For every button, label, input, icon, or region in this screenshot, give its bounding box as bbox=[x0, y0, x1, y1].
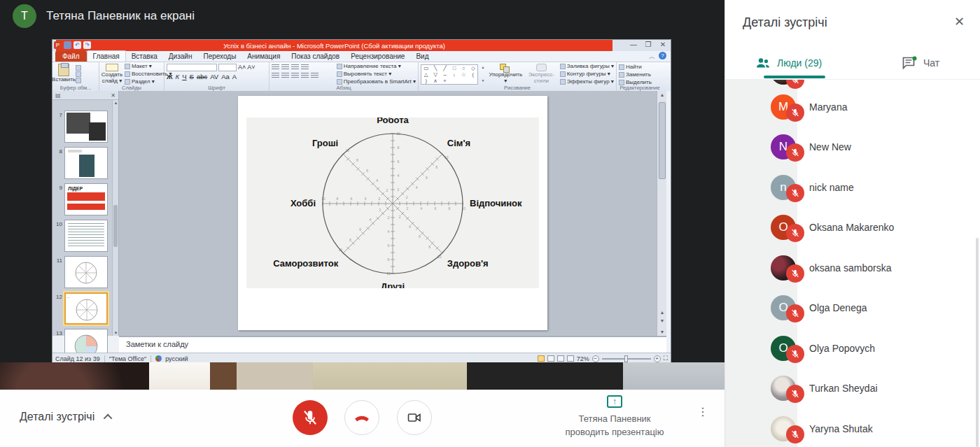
shrink-font-icon[interactable]: A˅ bbox=[247, 64, 255, 71]
hang-up-button[interactable] bbox=[344, 400, 379, 435]
previous-slide-icon[interactable]: ▲ bbox=[657, 310, 667, 315]
font-style-button[interactable]: abc bbox=[197, 73, 207, 80]
close-pane-icon[interactable]: ✕ bbox=[111, 92, 115, 99]
ribbon-tab-7[interactable]: Показ слайдов bbox=[286, 51, 345, 62]
slide-thumbnail-11[interactable]: 11 bbox=[55, 256, 108, 288]
close-icon[interactable]: ✕ bbox=[658, 41, 668, 48]
scroll-down-icon[interactable]: ▼ bbox=[113, 331, 118, 335]
video-tile[interactable] bbox=[623, 362, 724, 390]
slide-notes-field[interactable]: Заметки к слайду bbox=[119, 336, 666, 353]
font-style-button[interactable]: Ж bbox=[167, 73, 173, 80]
editing-button[interactable]: Найти bbox=[619, 64, 661, 71]
zoom-in-icon[interactable]: + bbox=[654, 355, 661, 362]
window-controls[interactable]: — ❐ ✕ bbox=[629, 41, 668, 48]
language-indicator[interactable]: русский bbox=[165, 355, 188, 362]
align-icon[interactable] bbox=[281, 73, 289, 79]
participants-list[interactable]: MMaryanaNNew Newnnick nameOOksana Makare… bbox=[725, 79, 980, 447]
ribbon-tab-3[interactable]: Вставка bbox=[126, 51, 163, 62]
scroll-up-icon[interactable]: ▲ bbox=[657, 92, 667, 97]
bullets-icon[interactable] bbox=[272, 64, 279, 71]
restore-icon[interactable]: ❐ bbox=[643, 41, 653, 48]
zoom-slider-handle[interactable] bbox=[624, 355, 628, 362]
next-slide-icon[interactable]: ▼ bbox=[657, 318, 667, 323]
new-slide-button[interactable]: Создать слайд ▾ bbox=[102, 64, 122, 84]
participant-row[interactable]: oksana samborska bbox=[725, 248, 980, 288]
scrollbar-thumb[interactable] bbox=[113, 205, 118, 247]
scroll-down-icon[interactable]: ▼ bbox=[657, 329, 667, 334]
ribbon-tab-1[interactable]: Файл bbox=[55, 51, 87, 62]
paragraph-button[interactable]: Преобразовать в SmartArt ▾ bbox=[337, 78, 416, 85]
participant-row[interactable]: nnick name bbox=[725, 167, 980, 208]
outline-tabs-icon[interactable]: ▤ bbox=[55, 92, 61, 99]
ribbon-tab-8[interactable]: Рецензирование bbox=[345, 51, 410, 62]
tab-chat[interactable]: Чат bbox=[902, 56, 939, 70]
wheel-of-life-image[interactable]: 246810Робота246810Сім'я246810Відпочинок2… bbox=[246, 118, 539, 288]
shape-format-button[interactable]: Заливка фигуры ▾ bbox=[560, 63, 614, 70]
slide-thumbnail-12[interactable]: 12— bbox=[55, 292, 108, 325]
paste-button[interactable]: Вставить bbox=[55, 64, 73, 84]
slide-thumbnail-8[interactable]: 8 bbox=[55, 147, 108, 179]
participant-row[interactable]: Yaryna Shutak bbox=[725, 409, 980, 447]
ribbon-tab-2[interactable]: Главная bbox=[87, 50, 126, 62]
undo-icon[interactable]: ↶ bbox=[74, 41, 81, 49]
thumbnail-scrollbar[interactable]: ▲ ▼ bbox=[112, 100, 118, 336]
slide-thumbnail-9[interactable]: 9ЛІДЕР bbox=[55, 183, 108, 215]
font-style-button[interactable]: Aa bbox=[221, 73, 230, 80]
cut-icon[interactable] bbox=[76, 65, 81, 71]
ribbon-tab-9[interactable]: Вид bbox=[410, 51, 434, 62]
font-style-button[interactable]: AV bbox=[210, 73, 218, 80]
font-size-select[interactable] bbox=[218, 64, 237, 71]
copy-icon[interactable] bbox=[76, 71, 81, 77]
meeting-details-toggle[interactable]: Деталі зустрічі bbox=[20, 411, 112, 423]
close-panel-icon[interactable]: ✕ bbox=[954, 14, 965, 29]
sorter-view-icon[interactable] bbox=[547, 355, 554, 362]
save-icon[interactable] bbox=[64, 41, 71, 49]
video-tile[interactable] bbox=[467, 362, 623, 390]
collapse-ribbon-icon[interactable]: ︿ bbox=[649, 52, 655, 62]
panel-scrollbar[interactable] bbox=[976, 238, 979, 447]
slide-thumbnail-10[interactable]: 10 bbox=[55, 220, 108, 252]
align-icon[interactable] bbox=[272, 73, 279, 79]
align-icon[interactable] bbox=[291, 73, 299, 79]
participant-row[interactable]: NNew New bbox=[725, 127, 980, 168]
participant-row[interactable]: OOlya Popovych bbox=[725, 328, 980, 369]
quick-styles-button[interactable]: Экспресс-стили bbox=[526, 64, 557, 84]
ribbon-tab-6[interactable]: Анимация bbox=[241, 51, 286, 62]
slide-scrollbar[interactable]: ▲ ▲ ▼ ▼ bbox=[657, 91, 666, 336]
font-style-button[interactable]: К bbox=[176, 73, 180, 80]
tab-people[interactable]: Люди (29) bbox=[755, 56, 822, 70]
slide-thumbnail-7[interactable]: 7 bbox=[55, 111, 108, 143]
mute-microphone-button[interactable] bbox=[293, 400, 328, 435]
shape-format-button[interactable]: Контур фигуры ▾ bbox=[560, 71, 614, 78]
scroll-up-icon[interactable]: ▲ bbox=[113, 101, 118, 105]
bullets-icon[interactable] bbox=[291, 64, 299, 71]
reading-view-icon[interactable] bbox=[557, 355, 564, 362]
participant-row[interactable]: OOlga Denega bbox=[725, 288, 980, 329]
paragraph-button[interactable]: Направление текста ▾ bbox=[337, 63, 416, 70]
font-name-select[interactable] bbox=[167, 64, 217, 71]
redo-icon[interactable]: ↷ bbox=[83, 41, 91, 49]
slideshow-view-icon[interactable] bbox=[567, 355, 574, 362]
ribbon-tab-5[interactable]: Переходы bbox=[197, 51, 241, 62]
scrollbar-thumb[interactable] bbox=[659, 102, 666, 179]
participant-row[interactable]: Turkan Sheydai bbox=[725, 369, 980, 409]
zoom-out-icon[interactable]: − bbox=[592, 355, 599, 362]
font-style-button[interactable]: S bbox=[190, 73, 194, 80]
ppt-titlebar[interactable]: Успіх в бізнесі анлайн - Microsoft Power… bbox=[52, 40, 671, 51]
grow-font-icon[interactable]: A˄ bbox=[238, 64, 246, 71]
paragraph-button[interactable]: Выровнять текст ▾ bbox=[337, 71, 416, 78]
camera-button[interactable] bbox=[397, 400, 432, 435]
participant-row[interactable]: OOksana Makarenko bbox=[725, 208, 980, 248]
zoom-slider[interactable] bbox=[602, 358, 651, 360]
align-icon[interactable] bbox=[311, 73, 318, 79]
more-options-icon[interactable]: ⋮ bbox=[697, 409, 707, 415]
shape-format-button[interactable]: Эффекты фигур ▾ bbox=[560, 78, 614, 85]
video-tile[interactable] bbox=[210, 362, 313, 390]
font-style-button[interactable]: Ч bbox=[182, 73, 186, 80]
editing-button[interactable]: Заменить bbox=[619, 71, 661, 78]
bullets-icon[interactable] bbox=[301, 64, 309, 71]
video-tile[interactable] bbox=[0, 362, 149, 390]
fit-to-window-icon[interactable]: ⛶ bbox=[664, 355, 668, 362]
video-tile[interactable] bbox=[149, 362, 210, 390]
shapes-gallery[interactable]: ▭╲╱□○◇△▽→↓☆()∧+ bbox=[421, 64, 478, 85]
